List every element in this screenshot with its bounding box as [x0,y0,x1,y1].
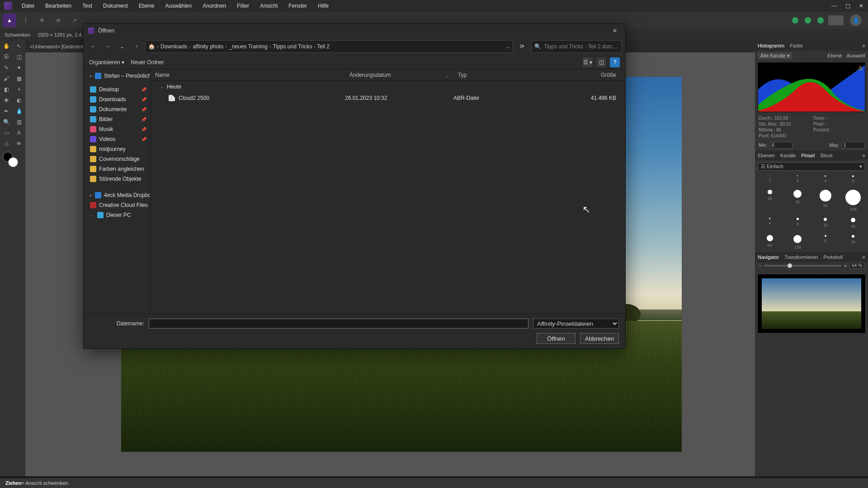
view-tool[interactable]: 👁 [13,137,25,150]
panel-menu-icon[interactable]: ≡ [863,153,865,158]
nav-up-button[interactable]: ↑ [131,41,142,52]
refresh-button[interactable]: ⟳ [516,40,528,53]
navigator-thumbnail[interactable] [758,274,865,333]
photo-persona-button[interactable]: ▲ [3,14,16,27]
nav-forward-button[interactable]: → [102,41,113,52]
tone-persona-button[interactable]: ≋ [52,14,65,27]
dialog-search-input[interactable]: 🔍 Tipps und Tricks - Teil 2 durc… [531,40,622,53]
breadcrumb[interactable]: 🏠› Downloads› affinity photo› _neues Tra… [145,40,513,53]
cancel-button[interactable]: Abbrechen [580,333,619,344]
brush-preset[interactable]: 16 [758,190,782,211]
tree-downloads[interactable]: Downloads📌 [84,94,150,104]
organize-dropdown[interactable]: Organisieren ▾ [89,59,124,66]
window-maximize-button[interactable]: ▢ [841,0,854,12]
brush-preset[interactable]: 64 [758,235,782,249]
brush-preset[interactable]: 4 [813,175,838,183]
col-size[interactable]: Größe [544,72,625,78]
brush-preset[interactable]: 128 [786,235,810,249]
toolbar-chip[interactable] [828,15,844,25]
account-avatar[interactable]: 👤 [850,14,862,26]
tree-pc[interactable]: ⌄Dieser PC [84,210,150,220]
brush-category-dropdown[interactable]: ☰ Einfach▾ [758,162,865,171]
tree-midjourney[interactable]: midjourney [84,144,150,154]
col-type[interactable]: Typ [453,72,544,78]
liquify-persona-button[interactable]: ⦚ [19,14,33,27]
min-input[interactable] [770,142,793,149]
brush-preset[interactable]: 8 [813,235,838,249]
tab-transformieren[interactable]: Transformieren [784,254,818,260]
zoom-out-button[interactable]: − [759,263,761,268]
filename-input[interactable] [149,319,528,328]
dialog-close-button[interactable]: ✕ [609,26,621,36]
develop-persona-button[interactable]: ✲ [35,14,49,27]
zoom-in-button[interactable]: + [844,263,847,268]
tree-stoerend[interactable]: Störende Objekte [84,174,150,184]
menu-filter[interactable]: Filter [231,0,255,11]
tree-cover[interactable]: Covervorschläge [84,154,150,164]
hist-scope-ebene[interactable]: Ebene [828,53,842,58]
preview-pane-button[interactable]: ◫ [596,57,606,67]
brush-preset[interactable]: 1 [758,175,782,183]
panel-menu-icon[interactable]: ≡ [863,43,865,48]
tab-kanaele[interactable]: Kanäle [780,153,796,158]
brush-preset[interactable]: 4 [758,218,782,229]
document-tab[interactable]: <Unbenannt> [Geändert] [30,44,85,49]
tree-musik[interactable]: Musik📌 [84,124,150,134]
tab-pinsel[interactable]: Pinsel [801,153,815,158]
color-swatch[interactable] [3,152,18,167]
menu-hilfe[interactable]: Hilfe [312,0,334,11]
export-persona-button[interactable]: ↗ [68,14,81,27]
menu-text[interactable]: Text [77,0,98,11]
open-button[interactable]: Öffnen [537,333,576,344]
window-minimize-button[interactable]: — [827,0,841,12]
menu-datei[interactable]: Datei [16,0,40,11]
menu-fenster[interactable]: Fenster [283,0,312,11]
tree-dokumente[interactable]: Dokumente📌 [84,104,150,114]
menu-bearbeiten[interactable]: Bearbeiten [40,0,77,11]
menu-ansicht[interactable]: Ansicht [255,0,283,11]
crumb-affinity[interactable]: affinity photo [193,43,223,50]
col-date[interactable]: Änderungsdatum⌄ [345,72,453,78]
zoom-slider[interactable] [764,265,841,267]
brush-preset[interactable]: 32 [841,218,866,229]
brush-preset[interactable]: 16 [841,235,866,249]
window-close-button[interactable]: ✕ [854,0,868,12]
menu-dokument[interactable]: Dokument [98,0,133,11]
tab-ebenen[interactable]: Ebenen [758,153,775,158]
brush-preset[interactable]: 128 [841,190,866,211]
tab-navigator[interactable]: Navigator [758,254,779,260]
tab-protokoll[interactable]: Protokoll [823,254,843,260]
brush-preset[interactable]: 2 [786,175,810,183]
tree-user[interactable]: ▸Stefan – Persönlich [84,71,150,81]
crumb-training[interactable]: _neues Training [229,43,267,50]
max-input[interactable] [842,142,864,149]
tree-farben[interactable]: Farben angleichen [84,164,150,174]
brush-preset[interactable]: 64 [813,190,838,211]
menu-ebene[interactable]: Ebene [133,0,160,11]
crumb-downloads[interactable]: Downloads [160,43,187,50]
new-folder-button[interactable]: Neuer Ordner [131,59,164,66]
tab-farbe[interactable]: Farbe [790,43,803,48]
menu-anordnen[interactable]: Anordnen [197,0,231,11]
brush-preset[interactable]: 32 [786,190,810,211]
vector-tool[interactable]: ◇ [0,137,13,150]
zoom-percent[interactable]: 64 % [849,262,864,269]
tab-stock[interactable]: Stock [820,153,833,158]
panel-menu-icon[interactable]: ≡ [863,254,865,260]
crumb-tipps[interactable]: Tipps und Tricks - Teil 2 [273,43,330,50]
col-name[interactable]: Name [151,72,345,78]
tree-cc[interactable]: Creative Cloud Files [84,200,150,210]
nav-recent-dropdown[interactable]: ⌄ [116,41,128,52]
brush-preset[interactable]: 8 [841,175,866,183]
tab-histogram[interactable]: Histogramm [758,43,784,48]
help-button[interactable]: ? [610,57,620,67]
nav-back-button[interactable]: ← [87,41,99,52]
tree-desktop[interactable]: Desktop📌 [84,84,150,94]
group-heute[interactable]: ⌄Heute [151,81,625,93]
filetype-filter[interactable]: Affinity-Pinseldateien [533,319,619,328]
tree-bilder[interactable]: Bilder📌 [84,114,150,124]
channel-selector[interactable]: Alle Kanäle ▾ [758,52,793,59]
hist-scope-auswahl[interactable]: Auswahl [846,53,865,58]
menu-auswaehlen[interactable]: Auswählen [160,0,197,11]
home-icon[interactable]: 🏠 [148,43,155,50]
